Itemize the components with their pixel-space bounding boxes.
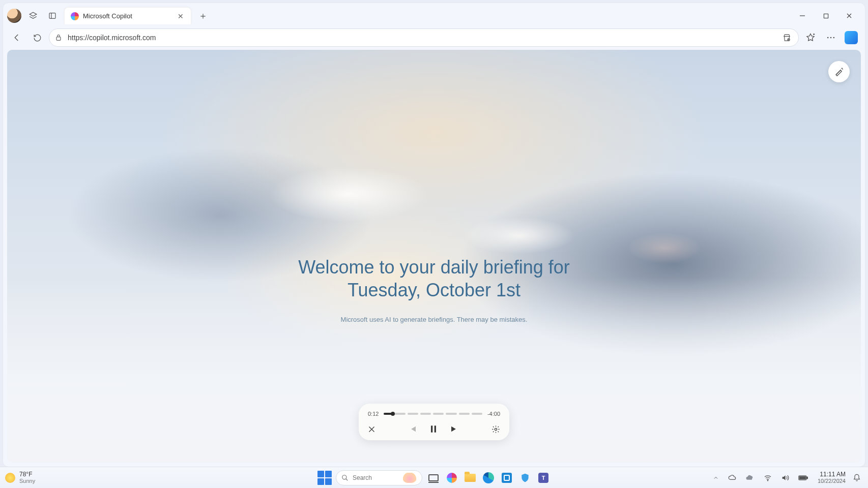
- svg-rect-0: [49, 13, 55, 19]
- task-view-button[interactable]: [426, 471, 441, 485]
- toolbar: https://copilot.microsoft.com: [3, 25, 865, 50]
- favorites-button[interactable]: [802, 29, 819, 46]
- window-controls: [791, 7, 861, 24]
- briefing-block: Welcome to your daily briefing for Tuesd…: [205, 255, 663, 323]
- briefing-disclaimer: Microsoft uses AI to generate briefings.…: [205, 315, 663, 323]
- controls-row: [368, 424, 500, 434]
- taskbar: 78°F Sunny Search 11:11 AM 10/22/2024: [0, 467, 868, 488]
- svg-point-6: [833, 37, 835, 39]
- svg-point-4: [827, 37, 829, 39]
- battery-icon[interactable]: [796, 473, 811, 483]
- wifi-icon[interactable]: [762, 472, 774, 484]
- tab-title: Microsoft Copilot: [83, 12, 171, 20]
- search-placeholder: Search: [353, 474, 398, 481]
- clock[interactable]: 11:11 AM 10/22/2024: [818, 471, 846, 484]
- refresh-button[interactable]: [28, 29, 46, 46]
- browser-tab[interactable]: Microsoft Copilot ✕: [64, 7, 191, 24]
- file-explorer-button[interactable]: [463, 471, 477, 485]
- headline-line-1: Welcome to your daily briefing for: [205, 255, 663, 278]
- svg-rect-1: [824, 14, 828, 18]
- onedrive-icon[interactable]: [743, 471, 757, 484]
- page-content: Welcome to your daily briefing for Tuesd…: [7, 50, 861, 463]
- clock-time: 11:11 AM: [818, 471, 846, 478]
- microsoft-store-button[interactable]: [500, 471, 514, 485]
- svg-rect-2: [56, 37, 61, 41]
- next-button[interactable]: [450, 424, 459, 434]
- copilot-favicon-icon: [71, 12, 79, 20]
- copilot-sidebar-button[interactable]: [843, 29, 860, 46]
- taskbar-center: Search: [317, 470, 551, 485]
- audio-player: 0:12 -4:00: [359, 404, 509, 440]
- notifications-button[interactable]: [851, 472, 863, 484]
- url-text: https://copilot.microsoft.com: [68, 34, 774, 42]
- headline-line-2: Tuesday, October 1st: [205, 278, 663, 301]
- clock-date: 10/22/2024: [818, 478, 846, 484]
- svg-rect-14: [799, 476, 805, 479]
- weather-widget[interactable]: 78°F Sunny: [5, 471, 35, 484]
- tab-actions-icon[interactable]: [45, 8, 60, 23]
- start-button[interactable]: [317, 471, 332, 485]
- player-settings-button[interactable]: [491, 425, 500, 434]
- back-button[interactable]: [8, 29, 25, 46]
- svg-rect-8: [435, 425, 436, 432]
- tab-close-button[interactable]: ✕: [176, 11, 186, 21]
- weather-icon: [5, 473, 15, 483]
- shopping-icon[interactable]: [779, 30, 794, 45]
- tab-strip: Microsoft Copilot ✕ ＋: [3, 3, 865, 25]
- workspaces-icon[interactable]: [25, 8, 41, 23]
- progress-track[interactable]: [384, 413, 482, 415]
- progress-row: 0:12 -4:00: [368, 411, 500, 417]
- svg-point-11: [767, 480, 768, 480]
- browser-window: Microsoft Copilot ✕ ＋ https://copilot.mi…: [3, 3, 865, 467]
- previous-button[interactable]: [408, 424, 417, 434]
- weather-temp: 78°F: [19, 471, 35, 478]
- customize-button[interactable]: [828, 61, 850, 82]
- svg-point-10: [342, 475, 346, 479]
- more-button[interactable]: [822, 29, 840, 46]
- new-tab-button[interactable]: ＋: [195, 8, 211, 23]
- security-button[interactable]: [518, 471, 532, 485]
- teams-button[interactable]: [536, 471, 551, 485]
- elapsed-time: 0:12: [368, 411, 379, 417]
- close-window-button[interactable]: [837, 7, 861, 24]
- volume-icon[interactable]: [779, 472, 791, 484]
- pause-button[interactable]: [428, 424, 439, 434]
- svg-rect-13: [807, 477, 808, 478]
- remaining-time: -4:00: [487, 411, 500, 417]
- svg-point-5: [830, 37, 832, 39]
- weather-condition: Sunny: [19, 478, 35, 484]
- cloud-sync-icon[interactable]: [726, 472, 738, 484]
- address-bar[interactable]: https://copilot.microsoft.com: [49, 28, 799, 47]
- player-close-button[interactable]: [368, 425, 375, 433]
- tray-overflow-button[interactable]: [711, 473, 721, 483]
- taskbar-search[interactable]: Search: [336, 470, 422, 485]
- svg-rect-7: [431, 425, 432, 432]
- copilot-taskbar-button[interactable]: [445, 471, 459, 485]
- svg-point-9: [495, 428, 497, 430]
- search-decoration-icon: [402, 473, 417, 483]
- maximize-button[interactable]: [814, 7, 837, 24]
- edge-button[interactable]: [481, 471, 496, 485]
- briefing-headline: Welcome to your daily briefing for Tuesd…: [205, 255, 663, 301]
- site-info-icon[interactable]: [54, 34, 63, 42]
- minimize-button[interactable]: [791, 7, 814, 24]
- search-icon: [341, 474, 349, 481]
- profile-avatar[interactable]: [7, 9, 21, 23]
- system-tray: 11:11 AM 10/22/2024: [711, 471, 863, 484]
